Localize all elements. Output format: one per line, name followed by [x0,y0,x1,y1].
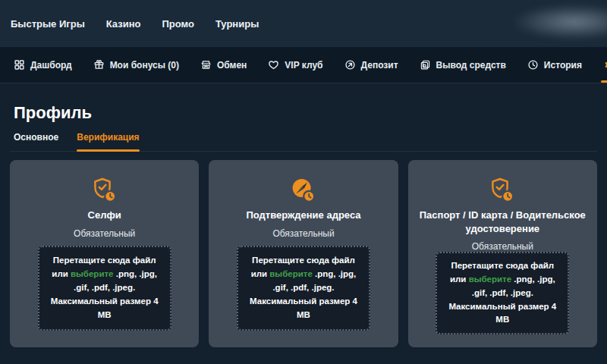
subnav-item-withdrawal[interactable]: Вывод средств [420,47,506,83]
verification-cards: Селфи Обязательный Перетащите сюда файл … [10,160,597,347]
topnav-item-tournaments[interactable]: Турниры [215,18,259,30]
account-subnav: Дашборд Мои бонусы (0) Обмен VIP клуб Д [0,47,607,83]
subnav-label: Мои бонусы (0) [110,60,179,71]
compass-clock-icon [290,177,317,204]
subnav-item-my-bonuses[interactable]: Мои бонусы (0) [93,47,179,83]
profile-section: Профиль Основное Верификация Селфи Обяза… [0,103,607,347]
deposit-icon [344,59,356,71]
subnav-item-deposit[interactable]: Депозит [344,47,398,83]
file-select-link[interactable]: выберите [71,269,114,278]
gift-icon [93,59,105,71]
file-select-link[interactable]: выберите [269,269,313,278]
tab-main[interactable]: Основное [14,132,58,151]
card-requirement: Обязательный [272,228,334,239]
verification-card-passport: Паспорт / ID карта / Водительское удосто… [408,160,597,347]
topbar: Быстрые Игры Казино Промо Турниры [0,0,607,47]
withdraw-icon [420,59,431,71]
shop-icon [200,59,212,71]
page-title: Профиль [14,103,597,123]
file-dropzone[interactable]: Перетащите сюда файл или выберите .png, … [237,246,370,331]
shield-check-clock-icon [489,177,516,204]
topnav-item-casino[interactable]: Казино [106,18,141,30]
subnav-label: Обмен [217,60,247,71]
file-select-link[interactable]: выберите [469,275,512,284]
card-title: Паспорт / ID карта / Водительское удосто… [419,209,586,235]
card-title: Подтверждение адреса [246,209,360,222]
subnav-label: Вывод средств [436,60,506,71]
topnav-item-promo[interactable]: Промо [162,18,193,30]
subnav-label: Депозит [361,60,398,71]
dropzone-instructions: Перетащите сюда файл или выберите .png, … [244,254,363,322]
subnav-item-account-settings[interactable]: Настройки аккаунта [603,47,607,83]
subnav-item-vip-club[interactable]: VIP клуб [268,47,322,83]
blurred-user-info [513,5,607,39]
topnav-item-fast-games[interactable]: Быстрые Игры [11,18,85,30]
gear-icon [603,59,607,71]
card-requirement: Обязательный [74,228,135,239]
subnav-label: VIP клуб [285,60,322,71]
heart-icon [268,59,279,71]
card-title: Селфи [88,209,121,222]
tab-verification[interactable]: Верификация [77,132,139,151]
history-icon [527,59,539,71]
file-dropzone[interactable]: Перетащите сюда файл или выберите .png, … [38,246,171,331]
card-requirement: Обязательный [472,241,533,252]
dropzone-instructions: Перетащите сюда файл или выберите .png, … [46,254,164,322]
dashboard-icon [14,59,25,71]
verification-card-address: Подтверждение адреса Обязательный Перета… [209,160,398,347]
file-dropzone[interactable]: Перетащите сюда файл или выберите .png, … [436,252,569,334]
subnav-item-exchange[interactable]: Обмен [200,47,247,83]
dropzone-instructions: Перетащите сюда файл или выберите .png, … [443,259,561,327]
subnav-label: Дашборд [30,60,72,71]
subnav-item-history[interactable]: История [527,47,582,83]
subnav-label: История [544,60,582,71]
profile-tabs: Основное Верификация [10,132,597,152]
verification-card-selfie: Селфи Обязательный Перетащите сюда файл … [10,160,199,347]
subnav-item-dashboard[interactable]: Дашборд [14,47,72,83]
shield-check-clock-icon [91,177,118,204]
